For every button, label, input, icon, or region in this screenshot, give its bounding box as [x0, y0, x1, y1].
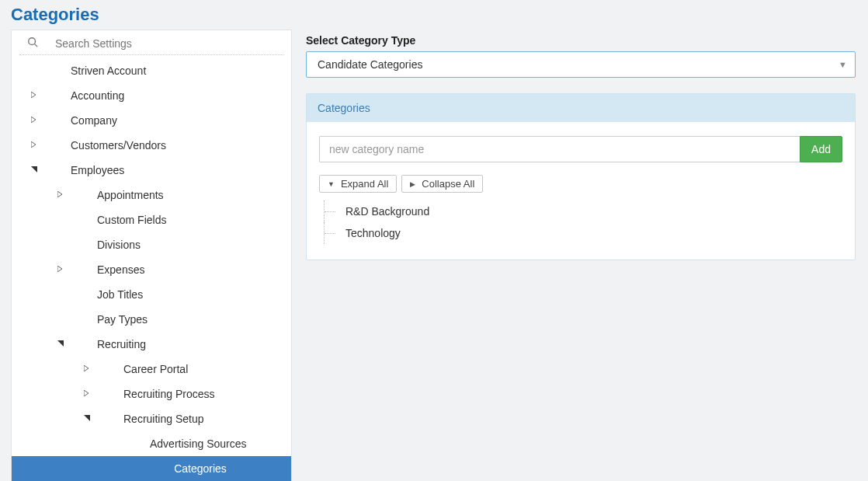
caret-right-icon [30, 92, 38, 99]
sidebar-item-recruiting[interactable]: Recruiting [12, 332, 291, 357]
sidebar-item-label: Recruiting Setup [123, 413, 204, 425]
sidebar-item-company[interactable]: Company [12, 108, 291, 133]
sidebar-item-recruiting-setup[interactable]: Recruiting Setup [12, 406, 291, 431]
sidebar-item-label: Accounting [71, 89, 124, 102]
svg-line-1 [35, 44, 38, 47]
sidebar-item-label: Advertising Sources [150, 437, 247, 450]
svg-marker-10 [84, 390, 89, 396]
sidebar-item-label: Company [71, 114, 117, 127]
caret-down-icon [30, 166, 38, 174]
search-input[interactable] [55, 37, 274, 50]
sidebar-item-employees[interactable]: Employees [12, 158, 291, 183]
category-item-label: R&D Background [345, 205, 429, 218]
category-type-value: Candidate Categories [318, 58, 422, 71]
sidebar-item-label: Employees [71, 164, 124, 176]
collapse-all-label: Collapse All [422, 178, 474, 190]
sidebar-item-label: Career Portal [123, 363, 188, 375]
sidebar-item-label: Job Titles [97, 288, 143, 301]
caret-right-icon [57, 191, 64, 199]
sidebar-item-recruiting-process[interactable]: Recruiting Process [12, 382, 291, 406]
svg-marker-11 [84, 415, 90, 421]
sidebar-item-appointments[interactable]: Appointments [12, 183, 291, 207]
sidebar-item-label: Striven Account [71, 64, 146, 77]
caret-right-icon [30, 117, 38, 124]
select-category-label: Select Category Type [306, 34, 856, 47]
sidebar-item-label: Recruiting [97, 338, 146, 350]
svg-marker-5 [31, 166, 37, 173]
expand-all-label: Expand All [341, 178, 388, 190]
search-row [19, 30, 283, 55]
caret-right-icon [30, 141, 38, 149]
tree-connector-icon [324, 200, 339, 222]
sidebar-item-divisions[interactable]: Divisions [12, 232, 291, 257]
category-list: R&D BackgroundTechnology [319, 200, 842, 244]
caret-down-icon [57, 340, 64, 348]
add-category-row: Add [319, 136, 842, 162]
sidebar-item-label: Customers/Vendors [71, 139, 166, 152]
expand-collapse-row: ▼ Expand All ▶ Collapse All [319, 175, 842, 193]
category-item[interactable]: Technology [324, 222, 842, 244]
settings-sidebar: Striven AccountAccountingCompanyCustomer… [11, 30, 292, 481]
sidebar-item-custom-fields[interactable]: Custom Fields [12, 207, 291, 232]
caret-right-icon [83, 390, 91, 398]
category-item-label: Technology [345, 227, 401, 239]
triangle-right-icon: ▶ [410, 180, 415, 188]
sidebar-item-label: Categories [174, 462, 227, 475]
sidebar-item-label: Recruiting Process [123, 388, 215, 400]
sidebar-item-advertising-sources[interactable]: Advertising Sources [12, 431, 291, 456]
main-panel: Select Category Type Candidate Categorie… [292, 30, 868, 260]
category-type-select[interactable]: Candidate Categories ▼ [306, 51, 856, 78]
sidebar-item-job-titles[interactable]: Job Titles [12, 282, 291, 307]
caret-right-icon [83, 365, 91, 373]
category-item[interactable]: R&D Background [324, 200, 842, 222]
caret-right-icon [57, 266, 64, 274]
triangle-down-icon: ▼ [328, 180, 335, 188]
svg-point-0 [29, 38, 36, 45]
svg-marker-8 [57, 340, 64, 347]
categories-panel: Categories Add ▼ Expand All ▶ Collapse A… [306, 93, 856, 260]
layout: Striven AccountAccountingCompanyCustomer… [0, 30, 868, 481]
search-icon [27, 37, 38, 50]
sidebar-item-label: Expenses [97, 263, 144, 276]
svg-marker-3 [31, 117, 36, 123]
page-title: Categories [0, 0, 868, 30]
sidebar-item-label: Custom Fields [97, 214, 166, 226]
collapse-all-button[interactable]: ▶ Collapse All [401, 175, 483, 193]
sidebar-item-label: Pay Types [97, 313, 148, 326]
sidebar-item-accounting[interactable]: Accounting [12, 83, 291, 108]
sidebar-item-expenses[interactable]: Expenses [12, 257, 291, 282]
svg-marker-9 [84, 365, 89, 371]
add-button[interactable]: Add [800, 136, 842, 162]
sidebar-item-customers-vendors[interactable]: Customers/Vendors [12, 133, 291, 158]
sidebar-item-striven-account[interactable]: Striven Account [12, 58, 291, 83]
new-category-input[interactable] [319, 136, 800, 162]
sidebar-item-label: Appointments [97, 189, 164, 201]
svg-marker-2 [31, 92, 36, 98]
svg-marker-7 [57, 266, 62, 272]
sidebar-item-label: Divisions [97, 239, 141, 251]
svg-marker-6 [57, 191, 62, 197]
categories-panel-body: Add ▼ Expand All ▶ Collapse All R&D Back… [307, 122, 855, 260]
caret-down-icon [83, 415, 91, 423]
chevron-down-icon: ▼ [838, 60, 847, 69]
svg-marker-4 [31, 141, 36, 148]
sidebar-item-categories[interactable]: Categories [12, 456, 291, 481]
sidebar-item-pay-types[interactable]: Pay Types [12, 307, 291, 332]
sidebar-item-career-portal[interactable]: Career Portal [12, 357, 291, 382]
settings-tree: Striven AccountAccountingCompanyCustomer… [12, 55, 291, 481]
tree-connector-icon [324, 222, 339, 244]
expand-all-button[interactable]: ▼ Expand All [319, 175, 397, 193]
categories-panel-header: Categories [307, 94, 855, 122]
